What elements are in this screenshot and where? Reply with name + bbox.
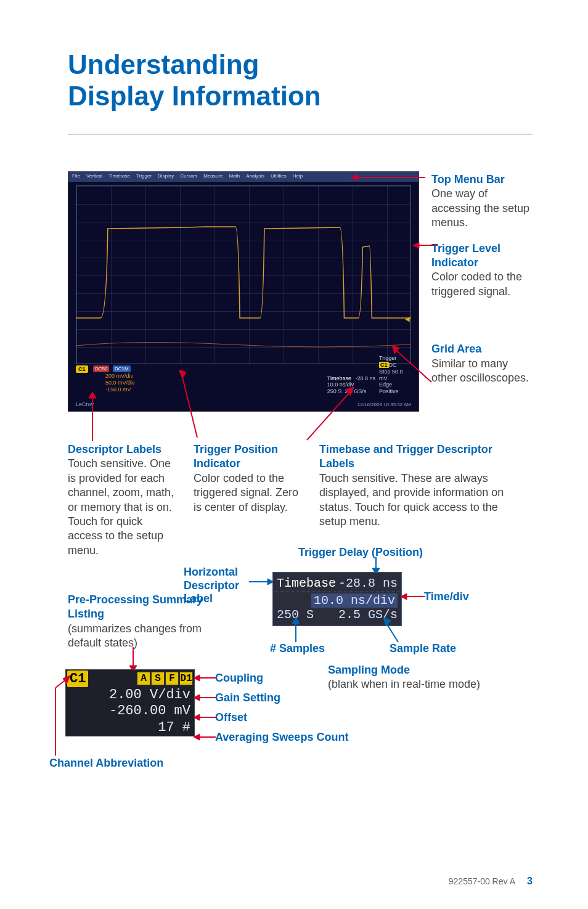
doc-number: 922557-00 Rev A [449,876,515,886]
brand-label: LeCroy [76,401,94,407]
timebase-tdiv: 10.0 ns/div [327,381,375,388]
descriptor-values: 200 mV/div 50.0 mV/div -156.0 mV [105,373,135,393]
menu-display[interactable]: Display [158,173,174,181]
title-line2: Display Information [68,81,321,111]
trigger-level-marker: ◀ [405,316,410,322]
waveform-grid[interactable] [76,185,411,364]
tb-chip-tdiv: 10.0 ns/div [311,593,398,608]
channel-chip-ch: C1 [67,671,88,687]
anno-preproc-head: Pre-Processing Summary Listing [68,593,203,622]
oscilloscope-screenshot: File Vertical Timebase Trigger Display C… [68,171,419,412]
channel-chip[interactable]: C1 A S F D1 2.00 V/div -260.00 mV 17 # [65,669,195,736]
channel-descriptor[interactable]: C1 DC50 DC1M 200 mV/div 50.0 mV/div -156… [76,365,199,391]
tb-chip-rate: 2.5 GS/s [338,608,398,622]
anno-sample-rate: Sample Rate [390,642,456,655]
anno-preproc-body: (summarizes changes from default states) [68,622,203,651]
flag-s: S [151,672,165,685]
flag-d1: D1 [179,672,193,685]
menu-math[interactable]: Math [229,173,240,181]
timebase-descriptor[interactable]: Timebase -28.8 ns 10.0 ns/div 250 S 2.5 … [327,375,375,395]
page-number: 3 [527,876,533,886]
channel-chip-avg: 17 # [66,720,194,736]
anno-descriptor-labels-head: Descriptor Labels [68,442,179,457]
channel-badge: C1 [76,365,88,373]
anno-grid-area-body: Similar to many other oscilloscopes. [431,357,530,386]
page-title: Understanding Display Information [68,49,533,112]
timebase-chip[interactable]: Timebase -28.8 ns 10.0 ns/div 250 S 2.5 … [272,572,402,626]
menu-trigger[interactable]: Trigger [136,173,152,181]
anno-trigger-pos-head: Trigger Position Indicator [194,442,304,471]
anno-grid-area-head: Grid Area [431,342,530,356]
anno-sampling-mode-head: Sampling Mode [328,663,480,677]
anno-trigger-pos-body: Color coded to the triggered signal. Zer… [194,471,304,515]
anno-top-menu-body: One way of accessing the setup menus. [431,187,530,230]
tb-chip-label: Timebase [277,576,336,590]
coupling-badge-1: DC50 [93,365,109,372]
trigger-descriptor[interactable]: Trigger C1DC Stop 50.0 mV Edge Positive [379,355,411,395]
title-line1: Understanding [68,49,259,79]
timestamp: 12/16/2008 10:35:32 AM [357,402,411,407]
anno-trigger-lvl-body: Color coded to the triggered signal. [431,270,530,299]
menu-utilities[interactable]: Utilities [271,173,287,181]
flag-f: F [165,672,179,685]
menu-file[interactable]: File [72,173,80,181]
timebase-label: Timebase [327,375,351,381]
anno-timediv: Time/div [424,590,469,603]
anno-tb-trig-head: Timebase and Trigger Descriptor Labels [319,442,510,471]
top-menu-bar[interactable]: File Vertical Timebase Trigger Display C… [68,172,419,182]
anno-samples: # Samples [270,642,325,655]
anno-tb-trig-body: Touch sensitive. These are always displa… [319,471,510,529]
page-footer: 922557-00 Rev A 3 [449,876,533,887]
menu-measure[interactable]: Measure [203,173,223,181]
tb-chip-delay: -28.8 ns [338,576,398,590]
anno-sampling-mode-body: (blank when in real-time mode) [328,677,480,691]
anno-coupling: Coupling [215,672,263,685]
anno-offset: Offset [215,711,247,724]
coupling-badge-2: DC1M [113,365,131,372]
divider [68,134,533,135]
tb-chip-samples: 250 S [277,608,314,622]
channel-chip-flags: A S F D1 [137,672,193,685]
menu-timebase[interactable]: Timebase [108,173,130,181]
anno-channel-abbr: Channel Abbreviation [49,757,163,770]
menu-vertical[interactable]: Vertical [86,173,102,181]
channel-chip-vdiv: 2.00 V/div [66,687,194,703]
anno-descriptor-labels-body: Touch sensitive. One is provided for eac… [68,457,179,558]
anno-trigger-lvl-head: Trigger Level Indicator [431,242,530,271]
channel-chip-offset: -260.00 mV [66,703,194,719]
anno-avg-sweeps: Averaging Sweeps Count [215,731,348,744]
anno-trigger-delay: Trigger Delay (Position) [298,546,423,559]
menu-analysis[interactable]: Analysis [246,173,264,181]
anno-top-menu-head: Top Menu Bar [431,173,530,187]
flag-a: A [137,672,150,685]
menu-help[interactable]: Help [293,173,303,181]
anno-gain: Gain Setting [215,691,280,704]
menu-cursors[interactable]: Cursors [180,173,197,181]
